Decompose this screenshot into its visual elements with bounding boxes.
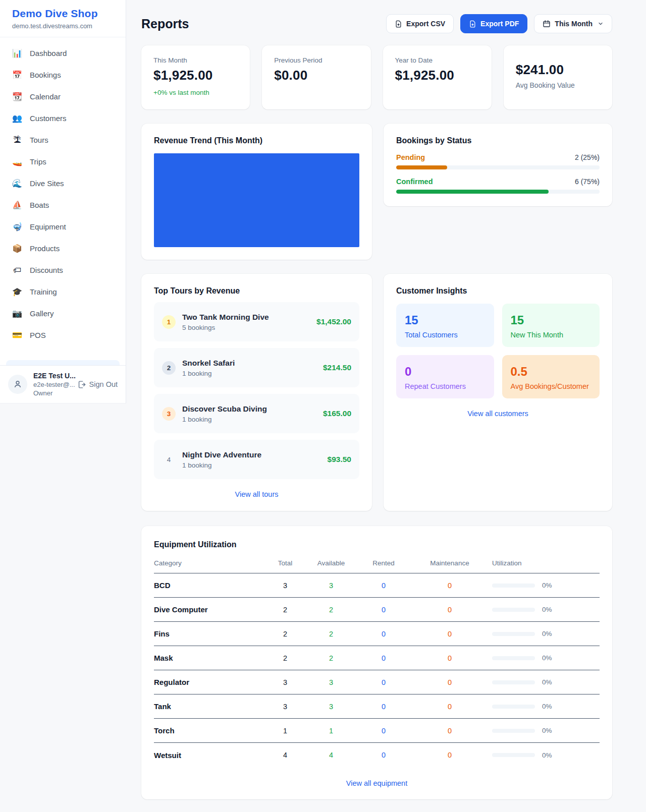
export-pdf-button[interactable]: Export PDF bbox=[460, 14, 527, 33]
tour-amount: $165.00 bbox=[323, 409, 351, 418]
revenue-trend-title: Revenue Trend (This Month) bbox=[154, 136, 359, 145]
insight-label: Avg Bookings/Customer bbox=[511, 382, 591, 390]
stat-value: $1,925.00 bbox=[153, 68, 238, 83]
sidebar-item-dive-sites[interactable]: 🌊 Dive Sites bbox=[0, 172, 126, 194]
cell-total: 2 bbox=[260, 654, 310, 662]
period-dropdown[interactable]: This Month bbox=[534, 14, 612, 33]
stat-card: This Month $1,925.00 +0% vs last month bbox=[141, 45, 250, 109]
insight-value: 0 bbox=[405, 365, 486, 379]
status-value: 2 (25%) bbox=[575, 153, 600, 161]
cell-available: 2 bbox=[310, 630, 352, 638]
sidebar-item-tours[interactable]: 🏝 Tours bbox=[0, 129, 126, 151]
dive-mask-icon: 🤿 bbox=[12, 222, 22, 231]
utilization-bar bbox=[492, 656, 535, 660]
cell-utilization: 0% bbox=[484, 678, 600, 686]
tour-amount: $93.50 bbox=[328, 455, 351, 464]
insight-label: New This Month bbox=[511, 331, 591, 339]
avatar bbox=[8, 375, 27, 394]
stat-delta: +0% vs last month bbox=[153, 89, 238, 96]
view-all-tours-link[interactable]: View all tours bbox=[154, 490, 359, 498]
calendar-17-icon: 📅 bbox=[12, 70, 22, 80]
insight-tiles: 15 Total Customers 15 New This Month 0 R… bbox=[396, 304, 600, 398]
tag-icon: 🏷 bbox=[12, 265, 22, 275]
sidebar-item-customers[interactable]: 👥 Customers bbox=[0, 107, 126, 129]
cell-maintenance: 0 bbox=[415, 727, 484, 735]
revenue-trend-card: Revenue Trend (This Month) bbox=[141, 124, 372, 260]
utilization-percent: 0% bbox=[542, 727, 552, 734]
cell-total: 4 bbox=[260, 751, 310, 759]
sidebar-item-equipment[interactable]: 🤿 Equipment bbox=[0, 216, 126, 238]
table-row: Wetsuit 4 4 0 0 0% bbox=[154, 743, 600, 767]
sidebar-item-pos[interactable]: 💳 POS bbox=[0, 324, 126, 346]
island-icon: 🏝 bbox=[12, 135, 22, 145]
rank-badge: 4 bbox=[162, 453, 176, 467]
credit-card-icon: 💳 bbox=[12, 330, 22, 340]
graduation-cap-icon: 🎓 bbox=[12, 287, 22, 297]
cell-maintenance: 0 bbox=[415, 582, 484, 590]
sidebar-item-discounts[interactable]: 🏷 Discounts bbox=[0, 259, 126, 281]
sidebar-item-products[interactable]: 📦 Products bbox=[0, 238, 126, 259]
cell-total: 1 bbox=[260, 727, 310, 735]
table-row: Fins 2 2 0 0 0% bbox=[154, 622, 600, 646]
sidebar-item-label: Trips bbox=[30, 157, 46, 166]
insight-tile: 15 Total Customers bbox=[396, 304, 494, 347]
top-tours-title: Top Tours by Revenue bbox=[154, 286, 359, 296]
user-email: e2e-tester@... bbox=[33, 381, 71, 388]
export-csv-button[interactable]: Export CSV bbox=[386, 14, 454, 33]
file-download-icon bbox=[395, 20, 402, 28]
sidebar-item-trips[interactable]: 🚤 Trips bbox=[0, 151, 126, 172]
tour-amount: $214.50 bbox=[323, 363, 351, 372]
cell-rented: 0 bbox=[352, 727, 415, 735]
sidebar-item-training[interactable]: 🎓 Training bbox=[0, 281, 126, 303]
equipment-title: Equipment Utilization bbox=[154, 540, 600, 549]
utilization-percent: 0% bbox=[542, 751, 552, 759]
cell-maintenance: 0 bbox=[415, 751, 484, 759]
page-header: Reports Export CSV Export PDF This Month bbox=[141, 14, 612, 33]
utilization-percent: 0% bbox=[542, 703, 552, 710]
insight-value: 0.5 bbox=[511, 365, 591, 379]
cell-total: 3 bbox=[260, 582, 310, 590]
tour-rows: 1 Two Tank Morning Dive 5 bookings $1,45… bbox=[154, 302, 359, 479]
utilization-percent: 0% bbox=[542, 630, 552, 637]
status-bar-fill bbox=[396, 190, 549, 194]
status-label: Pending bbox=[396, 153, 425, 161]
sidebar-item-boats[interactable]: ⛵ Boats bbox=[0, 194, 126, 216]
tour-row[interactable]: 3 Discover Scuba Diving 1 booking $165.0… bbox=[154, 394, 359, 433]
cell-rented: 0 bbox=[352, 630, 415, 638]
cell-total: 3 bbox=[260, 678, 310, 686]
tour-name: Snorkel Safari bbox=[182, 359, 235, 368]
equipment-table-header: Category Total Available Rented Maintena… bbox=[154, 559, 600, 573]
sidebar-item-gallery[interactable]: 📷 Gallery bbox=[0, 303, 126, 324]
sidebar-item-calendar[interactable]: 📆 Calendar bbox=[0, 86, 126, 107]
cell-maintenance: 0 bbox=[415, 678, 484, 686]
cell-total: 2 bbox=[260, 606, 310, 614]
cell-available: 4 bbox=[310, 751, 352, 759]
view-all-equipment-link[interactable]: View all equipment bbox=[154, 779, 600, 787]
insight-tile: 0.5 Avg Bookings/Customer bbox=[502, 355, 600, 398]
tour-row[interactable]: 1 Two Tank Morning Dive 5 bookings $1,45… bbox=[154, 302, 359, 341]
wave-icon: 🌊 bbox=[12, 179, 22, 188]
cell-category: Wetsuit bbox=[154, 751, 260, 760]
utilization-bar bbox=[492, 584, 535, 588]
utilization-bar bbox=[492, 753, 535, 757]
sidebar-item-reports-partial[interactable] bbox=[6, 360, 120, 365]
stat-label: Avg Booking Value bbox=[516, 81, 600, 89]
tour-row[interactable]: 4 Night Dive Adventure 1 booking $93.50 bbox=[154, 440, 359, 479]
top-tours-card: Top Tours by Revenue 1 Two Tank Morning … bbox=[141, 274, 372, 511]
table-row: Tank 3 3 0 0 0% bbox=[154, 694, 600, 719]
tear-calendar-icon: 📆 bbox=[12, 92, 22, 101]
customer-insights-card: Customer Insights 15 Total Customers 15 … bbox=[384, 274, 612, 511]
sidebar-item-bookings[interactable]: 📅 Bookings bbox=[0, 64, 126, 86]
status-row: Confirmed 6 (75%) bbox=[396, 178, 600, 194]
sidebar-item-dashboard[interactable]: 📊 Dashboard bbox=[0, 42, 126, 64]
rank-badge: 3 bbox=[162, 407, 176, 421]
view-all-customers-link[interactable]: View all customers bbox=[396, 410, 600, 418]
shop-domain: demo.test.divestreams.com bbox=[12, 22, 114, 30]
insight-value: 15 bbox=[405, 313, 486, 327]
col-total: Total bbox=[260, 559, 310, 567]
sign-out-button[interactable]: Sign Out bbox=[77, 380, 118, 389]
cell-category: Torch bbox=[154, 726, 260, 735]
utilization-percent: 0% bbox=[542, 654, 552, 662]
export-pdf-label: Export PDF bbox=[480, 20, 519, 28]
tour-row[interactable]: 2 Snorkel Safari 1 booking $214.50 bbox=[154, 348, 359, 387]
